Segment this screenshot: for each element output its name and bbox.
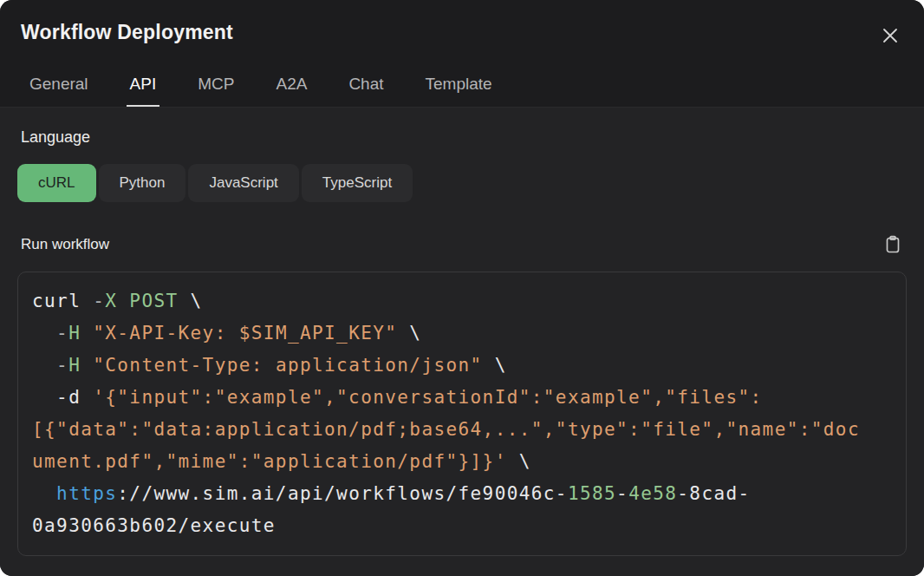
code-token: - [93,291,105,311]
code-token [32,323,56,344]
code-token: 0a930663b602/execute [32,515,276,536]
code-token: 4e58 [628,483,677,504]
tab-api[interactable]: API [127,75,160,107]
code-token: POST [129,291,178,311]
tab-a2a[interactable]: A2A [272,75,310,107]
run-workflow-row: Run workflow [17,233,907,256]
code-token: "X-API-Key: $SIM_API_KEY" [93,323,397,344]
code-token [81,323,93,344]
close-x-glyph [881,26,900,45]
code-token: ument.pdf","mime":"application/pdf"}]}' [32,451,507,472]
code-token: \ [179,291,203,311]
language-option-typescript[interactable]: TypeScript [302,164,413,202]
code-token: \ [507,451,531,472]
code-token: ://www.sim.ai/api/workflows/fe90046c- [117,483,568,504]
language-option-javascript[interactable]: JavaScript [188,164,298,202]
code-line: ument.pdf","mime":"application/pdf"}]}' … [32,446,892,478]
code-token: H [68,323,81,344]
language-label: Language [17,128,907,147]
code-token [32,355,56,376]
clipboard-icon [884,235,901,254]
code-token [32,483,56,504]
page-title: Workflow Deployment [21,21,233,44]
code-token: 1585 [568,483,616,504]
code-token: [{"data":"data:application/pdf;base64,..… [32,419,860,440]
code-token: \ [397,323,421,344]
language-option-python[interactable]: Python [99,164,186,202]
code-token: '{"input":"example","conversationId":"ex… [93,387,762,408]
tab-mcp[interactable]: MCP [194,75,238,107]
modal-header: Workflow Deployment GeneralAPIMCPA2AChat… [0,0,924,108]
code-token [117,291,129,311]
close-icon[interactable] [877,23,903,49]
code-token: - [56,355,68,376]
code-line: -H "Content-Type: application/json" \ [32,350,892,382]
code-token: - [616,483,628,504]
language-selector: cURLPythonJavaScriptTypeScript [17,164,907,202]
code-line: -H "X-API-Key: $SIM_API_KEY" \ [32,317,892,350]
code-token: - [56,323,68,344]
code-line: [{"data":"data:application/pdf;base64,..… [32,414,892,446]
code-token: https [56,483,117,504]
code-token: H [68,355,81,376]
code-token: curl [32,291,93,311]
code-line: curl -X POST \ [32,285,892,317]
tab-general[interactable]: General [26,75,92,107]
code-line: -d '{"input":"example","conversationId":… [32,382,892,414]
code-token: \ [483,355,507,376]
tab-bar: GeneralAPIMCPA2AChatTemplate [21,75,903,107]
tab-chat[interactable]: Chat [345,75,387,107]
code-block[interactable]: curl -X POST \ -H "X-API-Key: $SIM_API_K… [17,272,907,556]
workflow-deployment-modal: Workflow Deployment GeneralAPIMCPA2AChat… [0,0,924,576]
code-token: X [105,291,117,311]
code-token: -d [32,387,93,408]
modal-content: Language cURLPythonJavaScriptTypeScript … [0,108,924,576]
code-token: "Content-Type: application/json" [93,355,482,376]
run-workflow-label: Run workflow [21,236,109,253]
code-token [81,355,93,376]
code-line: 0a930663b602/execute [32,510,892,542]
tab-template[interactable]: Template [422,75,496,107]
copy-button[interactable] [882,233,903,256]
code-token: -8cad- [677,483,750,504]
language-option-curl[interactable]: cURL [17,164,96,202]
code-line: https://www.sim.ai/api/workflows/fe90046… [32,478,892,510]
